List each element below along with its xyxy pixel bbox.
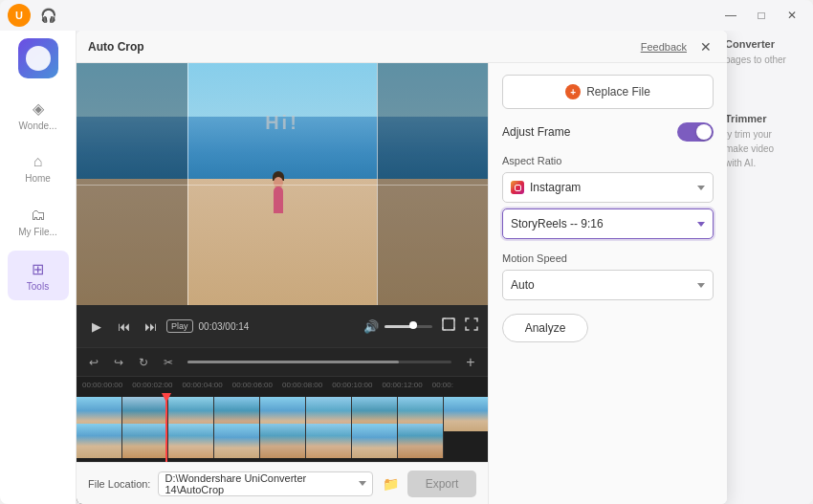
sidebar-myfiles-label: My File...: [18, 227, 57, 237]
bg-content: Converter pages to other Trimmer ly trim…: [77, 31, 813, 504]
volume-slider[interactable]: [385, 325, 432, 328]
minimize-button[interactable]: —: [717, 2, 744, 29]
main-content: ◈ Wonde... ⌂ Home 🗂 My File... ⊞ Tools C…: [0, 31, 813, 504]
next-frame-button[interactable]: ⏭: [140, 316, 161, 337]
motion-speed-section: Motion Speed Auto: [502, 252, 714, 300]
dialog-bottom: File Location: D:\Wondershare UniConvert…: [77, 462, 488, 504]
bg-right-trimmer: Trimmer ly trim yourmake video with AI.: [725, 113, 805, 170]
motion-speed-select[interactable]: Auto: [502, 270, 714, 300]
dialog-body: Hi!: [77, 63, 727, 504]
bg-right-converter: Converter pages to other: [725, 38, 805, 67]
zoom-in-button[interactable]: +: [461, 353, 480, 372]
platform-chevron-icon: [697, 186, 705, 190]
playhead[interactable]: [165, 393, 167, 462]
adjust-frame-label: Adjust Frame: [502, 125, 570, 139]
feedback-link[interactable]: Feedback: [641, 41, 687, 53]
title-bar: U 🎧 — □ ✕: [0, 0, 813, 31]
trimmer-text: ly trim yourmake video: [725, 127, 805, 156]
sidebar-tools-label: Tools: [27, 281, 49, 292]
ruler-mark-2: 00:00:04:00: [183, 381, 232, 389]
film-frame-2: [77, 424, 122, 458]
ruler-mark-7: 00:00:: [432, 381, 482, 389]
aspect-ratio-section: Aspect Ratio Instagram: [502, 155, 714, 239]
sidebar-item-myfiles[interactable]: 🗂 My File...: [8, 197, 69, 247]
folder-browse-icon[interactable]: 📁: [381, 474, 400, 493]
person-body: [274, 186, 283, 213]
aspect-ratio-label: Aspect Ratio: [502, 155, 714, 166]
right-panel: + Replace File Adjust Frame Asp: [488, 63, 727, 504]
sidebar-item-app[interactable]: ◈ Wonde...: [8, 90, 69, 140]
converter-text: pages to other: [725, 53, 805, 67]
converter-title: Converter: [725, 38, 805, 50]
platform-label: Instagram: [530, 181, 581, 194]
film-strip-bottom: [77, 424, 488, 458]
film-frame-2: [214, 424, 260, 458]
sidebar-app-label: Wonde...: [19, 121, 57, 131]
volume-icon[interactable]: 🔊: [363, 319, 379, 334]
crop-dark-right: [377, 63, 488, 305]
beach-scene: Hi!: [77, 63, 488, 305]
motion-speed-chevron-icon: [697, 283, 705, 288]
platform-select-wrapper: Instagram: [502, 172, 714, 203]
user-avatar[interactable]: U: [8, 4, 31, 27]
app-window: U 🎧 — □ ✕ ◈ Wonde... ⌂ Home 🗂 My: [0, 0, 813, 504]
adjust-frame-toggle[interactable]: [677, 122, 714, 142]
sidebar-item-home[interactable]: ⌂ Home: [8, 143, 69, 193]
export-button[interactable]: Export: [407, 471, 476, 497]
sidebar: ◈ Wonde... ⌂ Home 🗂 My File... ⊞ Tools: [0, 31, 77, 504]
ruler-mark-4: 00:00:08:00: [282, 381, 332, 389]
film-frame-2: [168, 424, 214, 458]
analyze-section: Analyze: [502, 314, 714, 342]
timeline-ruler: 00:00:00:00 00:00:02:00 00:00:04:00 00:0…: [77, 376, 488, 393]
ruler-mark-6: 00:00:12:00: [383, 381, 432, 389]
ratio-label: StoryReels -- 9:16: [511, 217, 604, 230]
fit-screen-icon[interactable]: [442, 318, 455, 335]
timeline-track[interactable]: [77, 393, 488, 462]
play-label[interactable]: Play: [166, 319, 193, 333]
file-path-select[interactable]: D:\Wondershare UniConverter 14\AutoCrop: [158, 471, 373, 496]
cut-button[interactable]: ✂: [159, 353, 178, 372]
dialog-close-button[interactable]: ✕: [696, 37, 715, 56]
film-frame-2: [122, 424, 168, 458]
ratio-select[interactable]: StoryReels -- 9:16: [502, 208, 714, 239]
prev-frame-button[interactable]: ⏮: [113, 316, 134, 337]
title-bar-icons: U 🎧: [8, 4, 59, 27]
timeline-controls: ↩ ↪ ↻ ✂ +: [77, 347, 488, 376]
analyze-button[interactable]: Analyze: [502, 314, 588, 342]
headset-icon[interactable]: 🎧: [36, 4, 59, 27]
replace-file-button[interactable]: + Replace File: [502, 75, 714, 109]
sidebar-home-label: Home: [25, 173, 51, 184]
zoom-slider[interactable]: [187, 361, 451, 363]
svg-rect-0: [443, 318, 454, 330]
dialog-titlebar: Auto Crop Feedback ✕: [77, 31, 727, 63]
platform-select[interactable]: Instagram: [502, 172, 714, 203]
app-logo[interactable]: [18, 38, 58, 78]
time-display: 00:03/00:14: [199, 321, 250, 332]
app-bg-right: Converter pages to other Trimmer ly trim…: [717, 31, 813, 504]
ai-text: with AI.: [725, 156, 805, 170]
close-button[interactable]: ✕: [779, 2, 805, 29]
volume-thumb: [409, 321, 417, 329]
zoom-fill: [187, 361, 399, 363]
undo-button[interactable]: ↩: [84, 353, 103, 372]
wondershare-icon: ◈: [33, 99, 44, 118]
sidebar-item-tools[interactable]: ⊞ Tools: [8, 251, 69, 300]
refresh-button[interactable]: ↻: [134, 353, 153, 372]
auto-crop-dialog: Auto Crop Feedback ✕: [77, 31, 727, 504]
ruler-marks: 00:00:00:00 00:00:02:00 00:00:04:00 00:0…: [82, 381, 482, 389]
path-chevron-icon: [359, 481, 366, 486]
beach-text: Hi!: [265, 112, 299, 134]
play-button[interactable]: ▶: [86, 316, 107, 337]
video-preview: Hi!: [77, 63, 488, 305]
maximize-button[interactable]: □: [748, 2, 775, 29]
instagram-icon: [511, 181, 524, 194]
redo-button[interactable]: ↪: [109, 353, 128, 372]
file-location-label: File Location:: [88, 478, 150, 490]
fullscreen-icon[interactable]: [465, 318, 478, 335]
replace-icon: +: [565, 84, 581, 99]
toggle-knob: [696, 124, 712, 140]
timeline-area: ↩ ↪ ↻ ✂ +: [77, 347, 488, 462]
ruler-mark-1: 00:00:02:00: [132, 381, 182, 389]
myfiles-icon: 🗂: [31, 207, 46, 224]
motion-speed-label: Motion Speed: [502, 252, 714, 264]
